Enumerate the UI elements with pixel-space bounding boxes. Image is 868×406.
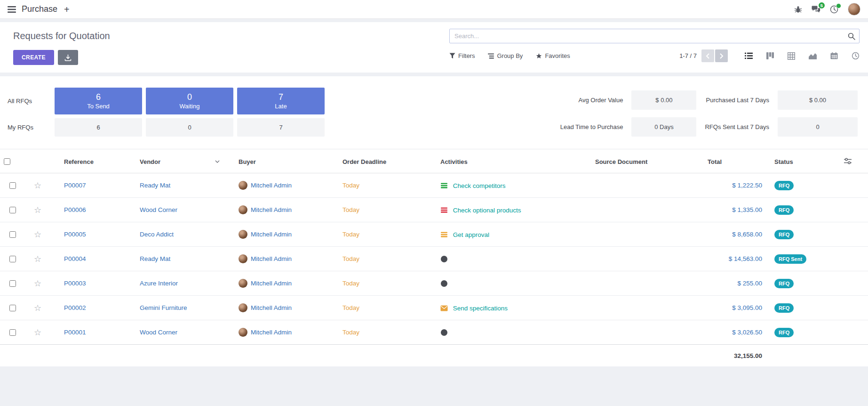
view-pivot-icon[interactable] bbox=[788, 52, 795, 60]
export-download-button[interactable] bbox=[58, 50, 78, 65]
reference-link[interactable]: P00006 bbox=[64, 206, 86, 213]
table-row[interactable]: ☆ P00001 Wood Corner Mitchell Admin Toda… bbox=[0, 320, 868, 345]
select-all-checkbox[interactable] bbox=[4, 158, 10, 165]
reference-link[interactable]: P00003 bbox=[64, 280, 86, 287]
vendor-link[interactable]: Wood Corner bbox=[140, 206, 177, 213]
reference-link[interactable]: P00005 bbox=[64, 231, 86, 238]
favorite-star-icon[interactable]: ☆ bbox=[34, 230, 41, 239]
vendor-link[interactable]: Ready Mat bbox=[140, 182, 170, 189]
table-row[interactable]: ☆ P00005 Deco Addict Mitchell Admin Toda… bbox=[0, 222, 868, 247]
vendor-link[interactable]: Azure Interior bbox=[140, 280, 178, 287]
app-name[interactable]: Purchase bbox=[22, 4, 57, 14]
reference-link[interactable]: P00001 bbox=[64, 329, 86, 336]
group-by-button[interactable]: Group By bbox=[488, 52, 523, 59]
messages-icon[interactable]: 5 bbox=[812, 6, 820, 13]
buyer-link[interactable]: Mitchell Admin bbox=[251, 182, 292, 189]
view-list-icon[interactable] bbox=[745, 52, 753, 59]
my-waiting-count[interactable]: 0 bbox=[146, 118, 233, 137]
activity-clock-icon[interactable] bbox=[440, 329, 448, 336]
header-buyer[interactable]: Buyer bbox=[228, 149, 334, 173]
order-deadline-value: Today bbox=[342, 255, 359, 262]
activity-email-icon[interactable] bbox=[440, 305, 448, 311]
activities-clock-icon[interactable] bbox=[830, 5, 838, 14]
optional-columns-icon[interactable] bbox=[844, 158, 852, 164]
tile-late[interactable]: 7 Late bbox=[237, 88, 325, 114]
row-checkbox[interactable] bbox=[9, 231, 16, 238]
vendor-link[interactable]: Gemini Furniture bbox=[140, 304, 187, 311]
debug-bug-icon[interactable] bbox=[794, 6, 802, 13]
favorite-star-icon[interactable]: ☆ bbox=[34, 328, 41, 337]
header-status[interactable]: Status bbox=[772, 149, 842, 173]
stat-value-rfqs-sent[interactable]: 0 bbox=[778, 117, 858, 137]
stat-value-avg-order-value[interactable]: $ 0.00 bbox=[631, 90, 696, 110]
reference-link[interactable]: P00002 bbox=[64, 304, 86, 311]
activity-link[interactable]: Check optional products bbox=[453, 207, 521, 214]
view-graph-icon[interactable] bbox=[809, 52, 817, 59]
table-row[interactable]: ☆ P00007 Ready Mat Mitchell Admin Today … bbox=[0, 173, 868, 198]
table-row[interactable]: ☆ P00004 Ready Mat Mitchell Admin Today … bbox=[0, 247, 868, 271]
view-kanban-icon[interactable] bbox=[766, 52, 774, 59]
search-input[interactable] bbox=[449, 29, 860, 43]
activity-list-icon[interactable] bbox=[440, 182, 448, 189]
buyer-link[interactable]: Mitchell Admin bbox=[251, 231, 292, 238]
stat-value-lead-time[interactable]: 0 Days bbox=[631, 117, 696, 137]
activity-link[interactable]: Send specifications bbox=[453, 305, 508, 312]
row-checkbox[interactable] bbox=[9, 256, 16, 262]
view-calendar-icon[interactable] bbox=[830, 52, 838, 59]
table-row[interactable]: ☆ P00003 Azure Interior Mitchell Admin T… bbox=[0, 271, 868, 296]
vendor-link[interactable]: Ready Mat bbox=[140, 255, 170, 262]
activity-list-icon[interactable] bbox=[440, 231, 448, 238]
table-row[interactable]: ☆ P00002 Gemini Furniture Mitchell Admin… bbox=[0, 296, 868, 320]
favorites-button[interactable]: Favorites bbox=[536, 52, 570, 59]
order-deadline-value: Today bbox=[342, 182, 359, 189]
pager-next-button[interactable] bbox=[715, 49, 728, 62]
favorite-star-icon[interactable]: ☆ bbox=[34, 181, 41, 190]
create-button[interactable]: CREATE bbox=[13, 50, 54, 65]
table-row[interactable]: ☆ P00006 Wood Corner Mitchell Admin Toda… bbox=[0, 198, 868, 222]
row-checkbox[interactable] bbox=[9, 207, 16, 213]
activity-link[interactable]: Get approval bbox=[453, 231, 489, 238]
header-activities[interactable]: Activities bbox=[433, 149, 590, 173]
reference-link[interactable]: P00007 bbox=[64, 182, 86, 189]
my-to-send-count[interactable]: 6 bbox=[55, 118, 142, 137]
row-checkbox[interactable] bbox=[9, 329, 16, 336]
buyer-link[interactable]: Mitchell Admin bbox=[251, 206, 292, 213]
stat-value-purchased-last-7-days[interactable]: $ 0.00 bbox=[778, 90, 858, 110]
header-total[interactable]: Total bbox=[706, 149, 772, 173]
status-badge: RFQ bbox=[774, 328, 794, 337]
pager-previous-button[interactable] bbox=[701, 49, 714, 62]
favorite-star-icon[interactable]: ☆ bbox=[34, 279, 41, 288]
tile-waiting[interactable]: 0 Waiting bbox=[146, 88, 233, 114]
row-checkbox[interactable] bbox=[9, 182, 16, 189]
activity-list-icon[interactable] bbox=[440, 207, 448, 213]
user-avatar[interactable] bbox=[848, 3, 860, 16]
tile-to-send[interactable]: 6 To Send bbox=[55, 88, 142, 114]
row-checkbox[interactable] bbox=[9, 305, 16, 311]
vendor-link[interactable]: Deco Addict bbox=[140, 231, 174, 238]
activity-clock-icon[interactable] bbox=[440, 255, 448, 263]
buyer-link[interactable]: Mitchell Admin bbox=[251, 304, 292, 311]
favorite-star-icon[interactable]: ☆ bbox=[34, 303, 41, 313]
header-source-document[interactable]: Source Document bbox=[590, 149, 706, 173]
buyer-link[interactable]: Mitchell Admin bbox=[251, 329, 292, 336]
buyer-link[interactable]: Mitchell Admin bbox=[251, 255, 292, 262]
header-order-deadline[interactable]: Order Deadline bbox=[334, 149, 433, 173]
new-tab-plus-button[interactable]: + bbox=[60, 5, 73, 14]
row-checkbox[interactable] bbox=[9, 280, 16, 287]
activity-link[interactable]: Check competitors bbox=[453, 182, 506, 189]
buyer-link[interactable]: Mitchell Admin bbox=[251, 280, 292, 287]
filters-button[interactable]: Filters bbox=[449, 52, 475, 59]
activity-clock-icon[interactable] bbox=[440, 280, 448, 287]
vendor-link[interactable]: Wood Corner bbox=[140, 329, 177, 336]
my-late-count[interactable]: 7 bbox=[237, 118, 325, 137]
favorite-star-icon[interactable]: ☆ bbox=[34, 205, 41, 215]
search-icon[interactable] bbox=[848, 32, 855, 40]
favorite-star-icon[interactable]: ☆ bbox=[34, 254, 41, 264]
view-activity-icon[interactable] bbox=[852, 52, 860, 60]
reference-link[interactable]: P00004 bbox=[64, 255, 86, 262]
header-vendor[interactable]: Vendor bbox=[128, 149, 228, 173]
apps-menu-icon[interactable] bbox=[8, 6, 16, 13]
header-reference[interactable]: Reference bbox=[51, 149, 128, 173]
stat-label-avg-order-value: Avg Order Value bbox=[560, 97, 623, 104]
total-amount: $ 3,026.50 bbox=[732, 329, 762, 336]
